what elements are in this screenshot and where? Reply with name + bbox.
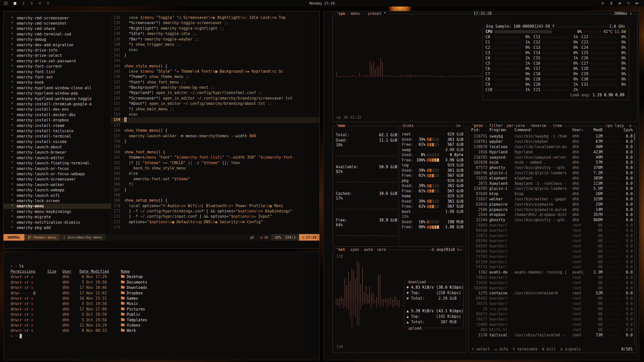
process-row[interactable]: 81310kworker/root0B0.0 [471, 259, 633, 264]
code-line[interactable]: 150 *Screensaver*) open_in_editor ~/.con… [111, 96, 319, 101]
dir-name[interactable]: Dropbox [121, 291, 319, 295]
wifi-icon[interactable] [626, 1, 630, 5]
arrows-swap-icon[interactable] [601, 1, 605, 5]
process-row[interactable]: 1275containe/usr/bin/containerdroot52M0.… [471, 291, 633, 296]
file-item[interactable]: *omarchy-hyprland-window-close-all [4, 85, 111, 90]
file-item[interactable]: *omarchy-pkg-add [4, 225, 111, 230]
file-item[interactable]: *omarchy-font-set [4, 74, 111, 80]
code-line[interactable]: 161 theme=$(menu "Font" "$(omarchy-font-… [111, 155, 319, 160]
process-row[interactable]: 2506pipewire/usr/bin/pipewire-pulsedhh14… [471, 207, 633, 212]
code-line[interactable]: 153 esac [111, 112, 319, 117]
proc-sort-mode[interactable]: cpu lazy [605, 123, 625, 128]
process-row[interactable]: 1170tailscal/usr/sbin/tailscaled --root7… [471, 332, 633, 338]
code-line[interactable]: 138 *Idle*) omarchy-toggle-idle ;; [111, 31, 319, 37]
code-line[interactable]: 166 fi [111, 182, 319, 187]
file-item[interactable]: *omarchy-dev-add-migration [4, 42, 111, 48]
code-line[interactable]: 147 *Font*) show_font_menu ;; [111, 80, 319, 85]
process-row[interactable]: 2544dropbox/home/dhh/.dropbox-distdhh357… [471, 212, 633, 217]
workspace-4[interactable]: 4 [39, 1, 41, 5]
process-row[interactable]: 76577kworker/root0B0.0 [471, 317, 633, 322]
file-item[interactable]: *omarchy-install-chromium-google-a [4, 101, 111, 107]
proc-per-core-toggle[interactable]: per-core [505, 123, 526, 128]
process-row[interactable]: 72073kworker/root0B0.0 [471, 233, 633, 238]
process-row[interactable]: 1916HyprlandHyprlanddhh423M0.0 [471, 149, 633, 155]
net-zero-toggle[interactable]: zero [376, 247, 387, 252]
file-item[interactable]: *omarchy-launch-webapp [4, 188, 111, 193]
btop-preset-button[interactable]: preset * [367, 11, 387, 16]
file-item[interactable]: *omarchy-hyprland-window-pop [4, 90, 111, 96]
net-sync-toggle[interactable]: sync [349, 247, 360, 252]
file-item[interactable]: *omarchy-menu [4, 204, 111, 209]
file-item[interactable]: *omarchy-debug [4, 37, 111, 42]
battery-icon[interactable] [635, 1, 639, 5]
code-line[interactable]: 167} [111, 188, 319, 193]
process-scrollbar[interactable] [634, 134, 635, 345]
file-item[interactable]: *omarchy-install-steam [4, 123, 111, 128]
process-row[interactable]: 72088kworker/root0B0.0 [471, 322, 633, 327]
code-line[interactable]: 172 [ -f ~/.config/hypr/input.conf ] && … [111, 214, 319, 219]
process-row[interactable]: 110670localsea/usr/lib/localsearch-exdhh… [471, 144, 633, 150]
file-item[interactable]: *omarchy-install-dev-env [4, 107, 111, 112]
proc-key-hint[interactable]: t terminate [512, 347, 537, 351]
file-item[interactable]: *omarchy-cmd-screensaver [4, 15, 111, 21]
workspace-5[interactable]: 5 [47, 1, 49, 5]
code-line[interactable]: 152 *) show_main_menu ;; [111, 107, 319, 112]
dir-name[interactable]: Desktop [121, 275, 319, 279]
process-row[interactable]: 110761waybar/usr/bin/waybardhh67M0.0 [471, 139, 633, 144]
file-item[interactable]: *omarchy-font-current [4, 64, 111, 69]
proc-key-hint[interactable]: ↑ select [472, 347, 490, 351]
file-item[interactable]: *omarchy-drive-info [4, 48, 111, 53]
process-row[interactable]: 16rcu_preeroot0B0.0 [471, 306, 633, 311]
dir-name[interactable]: Pictures [121, 307, 319, 311]
file-item[interactable]: *omarchy-hook [4, 80, 111, 85]
file-item[interactable]: *omarchy-launch-or-focus [4, 166, 111, 171]
process-row[interactable]: 102638nvimnvim --embed .dhh57M0.0 [471, 160, 633, 165]
vim-command-line[interactable] [4, 241, 319, 249]
workspace-3[interactable]: 3 [30, 1, 32, 5]
process-row[interactable]: 1162avahi-daavahi-daemon: running [avahi… [471, 270, 633, 275]
file-item[interactable]: *omarchy-migrate [4, 214, 111, 219]
proc-reverse-toggle[interactable]: reverse [529, 123, 547, 128]
file-item[interactable]: *omarchy-cmd-screenshot [4, 21, 111, 26]
dir-name[interactable]: Work [121, 328, 319, 333]
process-row[interactable]: 87649btopbtopdhh26M0.0 [471, 191, 633, 197]
file-item[interactable]: *omarchy-drive-select [4, 53, 111, 58]
proc-tree-toggle[interactable]: tree [552, 123, 563, 128]
process-row[interactable]: 71837walker/usr/bin/walker --gappldhh325… [471, 197, 633, 202]
file-item[interactable]: *omarchy-launch-browser [4, 150, 111, 155]
proc-filter-button[interactable]: filter [488, 123, 504, 128]
code-line[interactable]: 169show_setup_menu() { [111, 198, 319, 203]
dir-name[interactable]: Videos [121, 323, 319, 328]
proc-key-hint[interactable]: ↵ info [494, 347, 508, 351]
code-line[interactable]: 149 *Hyprland*) open_in_editor ~/.config… [111, 90, 319, 96]
code-line[interactable]: 145 case $(menu "Style" "✦ Theme\nA Font… [111, 69, 319, 74]
code-line[interactable]: 142} [111, 53, 319, 58]
code-line[interactable]: 173 options="$options\n▣ Defaults\n◫ DNS… [111, 220, 319, 225]
dir-name[interactable]: Documents [121, 280, 319, 285]
workspace-1-active-indicator[interactable] [14, 2, 16, 5]
code-line[interactable]: 135 case $(menu "Toggle" "▢ Screensaver\… [111, 15, 319, 21]
process-row[interactable]: 68586kworker/root0B0.0 [471, 238, 633, 244]
code-line[interactable]: 157 omarchy-launch-walker -m menus:omarc… [111, 134, 319, 139]
code-line[interactable]: 159 [111, 144, 319, 150]
file-item[interactable]: *omarchy-launch-screensaver [4, 177, 111, 182]
code-line[interactable]: 170 local options="♬ Audio\n≈ Wifi\nᛒ Bl… [111, 204, 319, 209]
process-row[interactable]: 71835elephantelephantdhh385M0.0 [471, 175, 633, 181]
file-item[interactable]: *omarchy-font-list [4, 69, 111, 74]
process-row[interactable]: 110783swayosd-/usr/bin/swayosd-serverdhh… [471, 155, 633, 160]
dir-name[interactable]: Templates [121, 318, 319, 322]
process-row[interactable]: 76575kworker/root0B0.0 [471, 301, 633, 306]
code-line[interactable]: 143 [111, 58, 319, 64]
code-line[interactable]: 160show_font_menu() { [111, 150, 319, 155]
file-item[interactable]: *omarchy-cmd-terminal-cwd [4, 31, 111, 37]
code-line[interactable]: 162 if [[ "$theme" == "CNCLD" || -z "$th… [111, 161, 319, 166]
process-row[interactable]: 102099kworker/root0B0.0 [471, 285, 633, 291]
shell-prompt-input[interactable]: ~› [11, 333, 319, 339]
process-row[interactable]: 95673kworker/root0B0.0 [471, 311, 633, 317]
file-item[interactable]: *omarchy-install-tailscale [4, 128, 111, 133]
code-line[interactable]: 136 *Screensaver*) omarchy-toggle-screen… [111, 21, 319, 26]
dir-name[interactable]: Public [121, 312, 319, 317]
bluetooth-icon[interactable] [609, 1, 613, 5]
file-item[interactable]: *omarchy-install-dropbox [4, 117, 111, 123]
process-row[interactable]: 87573ghostty/usr/bin/ghostty --gtk-dhh37… [471, 165, 633, 170]
